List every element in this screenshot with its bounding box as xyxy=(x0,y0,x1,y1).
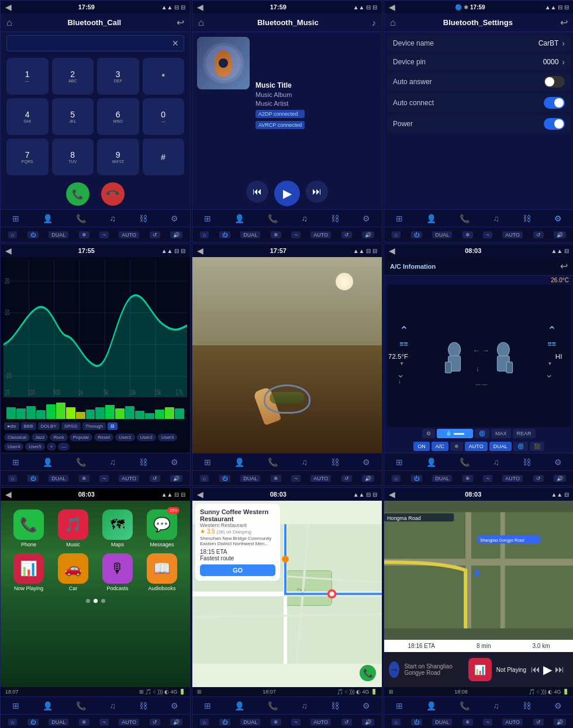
key-8[interactable]: 8TUV xyxy=(52,138,94,175)
c7-dual[interactable]: DUAL xyxy=(49,719,68,726)
nav-phone-9[interactable]: 📞 xyxy=(460,701,470,710)
c4-fan[interactable]: ❄ xyxy=(79,475,89,482)
c5-power[interactable]: ⏻ xyxy=(219,475,230,482)
app-podcasts[interactable]: 🎙 Podcasts xyxy=(98,553,137,591)
app-messages[interactable]: 💬 259 Messages xyxy=(143,509,181,547)
ac-max-btn[interactable]: MAX xyxy=(491,429,511,438)
nav-phone-3[interactable]: 📞 xyxy=(460,214,470,223)
c9-auto[interactable]: AUTO xyxy=(502,719,523,726)
np-next-btn[interactable]: ⏭ xyxy=(555,664,564,675)
c9-vol[interactable]: 🔊 xyxy=(554,719,566,726)
nav-music-5[interactable]: ♫ xyxy=(301,457,308,467)
toggle-power[interactable] xyxy=(544,118,565,130)
key-9[interactable]: 9WXYZ xyxy=(97,138,139,175)
c7-fan[interactable]: ❄ xyxy=(79,719,89,726)
eq-badge-eq[interactable]: ⊟ xyxy=(108,422,118,430)
c7-recirc[interactable]: ↺ xyxy=(150,719,160,726)
key-hash[interactable]: # xyxy=(143,138,185,175)
ac-ac-btn[interactable]: A/C xyxy=(432,442,448,451)
nav-phone-7[interactable]: 📞 xyxy=(76,701,86,710)
nav-grid-8[interactable]: ⊞ xyxy=(204,701,211,710)
c2-power[interactable]: ⏻ xyxy=(219,231,230,238)
c4-power[interactable]: ⏻ xyxy=(27,475,39,482)
app-now-playing[interactable]: 📊 Now Playing xyxy=(9,553,48,591)
c3-vol[interactable]: 🔊 xyxy=(554,231,566,238)
nav-phone-4[interactable]: 📞 xyxy=(76,457,86,467)
nav-link-5[interactable]: ⛓ xyxy=(331,457,339,467)
c6-auto[interactable]: AUTO xyxy=(502,475,523,482)
nav-person-9[interactable]: 👤 xyxy=(426,701,436,710)
key-1[interactable]: 1— xyxy=(6,58,49,95)
nav-grid-5[interactable]: ⊞ xyxy=(204,457,211,467)
nav-phone-8[interactable]: 📞 xyxy=(268,701,278,710)
c3-dual[interactable]: DUAL xyxy=(432,231,452,238)
c6-vol[interactable]: 🔊 xyxy=(554,475,566,482)
eq-badge-bbe[interactable]: BBB xyxy=(21,422,36,430)
nav-link-4[interactable]: ⛓ xyxy=(139,457,147,467)
nav-person-icon[interactable]: 👤 xyxy=(43,214,53,223)
key-2[interactable]: 2ABC xyxy=(52,58,94,95)
preset-user5[interactable]: User5 xyxy=(25,443,44,450)
climate-fan[interactable]: ❄ xyxy=(79,231,89,238)
back-arrow-6[interactable]: ◀ xyxy=(389,246,395,255)
nav-music-6[interactable]: ♫ xyxy=(493,457,499,467)
c9-power[interactable]: ⏻ xyxy=(411,719,422,726)
next-button[interactable]: ⏭ xyxy=(306,181,328,203)
nav-grid-3[interactable]: ⊞ xyxy=(396,214,403,223)
preset-user4[interactable]: User4 xyxy=(4,443,23,450)
climate-home[interactable]: ⌂ xyxy=(8,231,17,238)
climate-dual[interactable]: DUAL xyxy=(49,231,68,238)
c3-ac[interactable]: ~ xyxy=(483,231,492,238)
c4-recirc[interactable]: ↺ xyxy=(150,475,160,482)
back-arrow-1[interactable]: ◀ xyxy=(5,2,12,12)
nav-link-icon-2[interactable]: ⛓ xyxy=(331,214,339,223)
clear-icon[interactable]: ✕ xyxy=(172,39,179,48)
nav-settings-4[interactable]: ⚙ xyxy=(171,457,178,467)
c7-home[interactable]: ⌂ xyxy=(8,719,17,726)
dot-2[interactable] xyxy=(94,599,98,603)
search-input[interactable] xyxy=(12,39,162,47)
video-player[interactable] xyxy=(192,257,382,453)
climate-auto[interactable]: AUTO xyxy=(119,231,139,238)
c8-auto[interactable]: AUTO xyxy=(310,719,331,726)
back-arrow-8[interactable]: ◀ xyxy=(197,490,203,499)
nav-music-icon-2[interactable]: ♫ xyxy=(301,214,308,223)
c9-home[interactable]: ⌂ xyxy=(392,719,401,726)
key-4[interactable]: 4GHI xyxy=(6,98,49,135)
c2-home[interactable]: ⌂ xyxy=(200,231,209,238)
nav-person-icon-2[interactable]: 👤 xyxy=(234,214,244,223)
back-arrow-3[interactable]: ◀ xyxy=(389,2,395,12)
c2-auto[interactable]: AUTO xyxy=(310,231,331,238)
nav-person-5[interactable]: 👤 xyxy=(234,457,244,467)
key-star[interactable]: * xyxy=(143,58,185,95)
key-5[interactable]: 5JKL xyxy=(52,98,94,135)
c8-ac[interactable]: ~ xyxy=(291,719,300,726)
climate-ac[interactable]: ~ xyxy=(99,231,108,238)
c7-vol[interactable]: 🔊 xyxy=(170,719,182,726)
preset-remove[interactable]: — xyxy=(58,443,70,450)
c6-power[interactable]: ⏻ xyxy=(411,475,422,482)
ac-cool-btn[interactable]: ❄ xyxy=(450,442,463,451)
nav-grid-icon-2[interactable]: ⊞ xyxy=(204,214,211,223)
nav-link-9[interactable]: ⛓ xyxy=(523,701,531,710)
nav-settings-7[interactable]: ⚙ xyxy=(171,701,178,710)
preset-popular[interactable]: Popular xyxy=(70,434,93,441)
c2-recirc[interactable]: ↺ xyxy=(341,231,352,238)
nav-music-9[interactable]: ♫ xyxy=(493,701,499,710)
c5-ac[interactable]: ~ xyxy=(291,475,300,482)
nav-link-8[interactable]: ⛓ xyxy=(331,701,339,710)
go-button[interactable]: GO xyxy=(200,564,275,576)
c3-fan[interactable]: ❄ xyxy=(462,231,473,238)
setting-device-name[interactable]: Device name CarBT › xyxy=(387,35,571,51)
c2-dual[interactable]: DUAL xyxy=(240,231,260,238)
ac-fan-btn[interactable]: 🌀 xyxy=(475,429,489,438)
c5-dual[interactable]: DUAL xyxy=(240,475,260,482)
nav-music-4[interactable]: ♫ xyxy=(109,457,116,467)
c5-home[interactable]: ⌂ xyxy=(200,475,209,482)
ac-gear-btn[interactable]: ⚙ xyxy=(422,429,435,438)
back-arrow-5[interactable]: ◀ xyxy=(197,246,203,255)
c8-vol[interactable]: 🔊 xyxy=(362,719,374,726)
c8-home[interactable]: ⌂ xyxy=(200,719,209,726)
climate-vol[interactable]: 🔊 xyxy=(170,231,182,238)
c7-power[interactable]: ⏻ xyxy=(27,719,39,726)
